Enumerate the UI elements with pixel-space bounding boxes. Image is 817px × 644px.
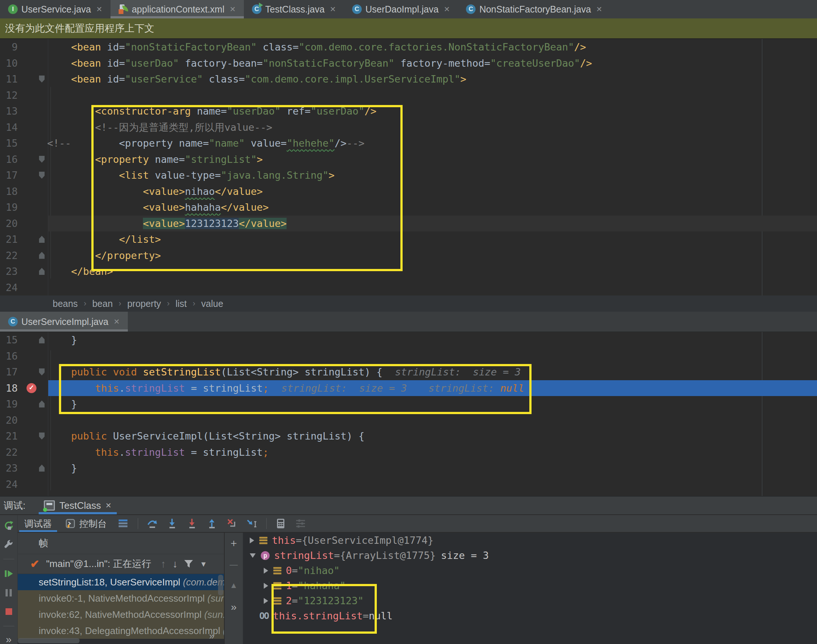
code-line-11[interactable]: 11 <bean id="userService" class="com.dem… (0, 71, 817, 87)
step-over-icon[interactable] (145, 517, 160, 530)
breadcrumb-item-property[interactable]: property (127, 298, 161, 309)
code-line-16[interactable]: 16 <property name="stringList"> (0, 152, 817, 168)
frames-vertical-scrollbar[interactable] (218, 575, 223, 595)
code-line-10[interactable]: 10 <bean id="userDao" factory-bean="nonS… (0, 55, 817, 72)
move-up-icon[interactable]: ▲ (230, 581, 238, 589)
fold-marker-icon[interactable] (39, 236, 44, 243)
remove-watch-icon[interactable]: — (230, 561, 238, 569)
close-icon[interactable]: ✕ (444, 5, 450, 14)
variable-row-stringList[interactable]: pstringList = {ArrayList@1775}size = 3 (243, 548, 817, 563)
variable-row-1[interactable]: 1 = "hahaha" (243, 578, 817, 593)
add-watch-icon[interactable]: ＋ (229, 538, 239, 548)
code-line-24[interactable]: 24 (0, 280, 817, 296)
drop-frame-icon[interactable] (224, 517, 240, 530)
stack-frame-row[interactable]: invoke:62, NativeMethodAccessorImpl (sun… (18, 606, 224, 623)
close-icon[interactable]: ✕ (105, 502, 112, 509)
java-editor[interactable]: 15 }1617 public void setStringList(List<… (0, 331, 817, 496)
xml-editor[interactable]: 9 <bean id="nonStaticFactoryBean" class=… (0, 39, 817, 296)
chevron-right-icon[interactable] (250, 538, 254, 543)
code-line-15[interactable]: 15<!-- <property name="name" value="hehe… (0, 135, 817, 152)
code-line-17[interactable]: 17 <list value-type="java.lang.String"> (0, 167, 817, 184)
evaluate-expression-icon[interactable] (273, 517, 289, 530)
run-to-cursor-icon[interactable] (244, 517, 260, 530)
fold-marker-icon[interactable] (39, 465, 44, 472)
stack-frame-row[interactable]: invoke0:-1, NativeMethodAccessorImpl (su… (18, 590, 224, 606)
close-icon[interactable]: ✕ (113, 317, 120, 326)
code-line-19[interactable]: 19 <value>hahaha</value> (0, 199, 817, 216)
file-tab-userserviceimpl-java[interactable]: CUserServiceImpl.java✕ (0, 312, 128, 331)
step-out-icon[interactable] (204, 517, 220, 530)
fold-marker-icon[interactable] (39, 268, 44, 275)
force-step-into-icon[interactable] (184, 517, 200, 530)
fold-marker-icon[interactable] (39, 172, 44, 179)
pause-icon[interactable] (1, 587, 17, 599)
code-line-15[interactable]: 15 } (0, 332, 817, 348)
chevron-down-icon[interactable] (250, 554, 256, 558)
close-icon[interactable]: ✕ (230, 5, 236, 14)
breadcrumb-item-value[interactable]: value (201, 298, 223, 309)
settings-wrench-icon[interactable] (1, 539, 17, 551)
close-icon[interactable]: ✕ (596, 5, 602, 14)
tab-debugger[interactable]: 调试器 (18, 515, 58, 532)
chevron-right-icon[interactable] (264, 598, 268, 604)
chevron-right-icon[interactable] (264, 568, 268, 573)
file-tab-testclass-java[interactable]: CTestClass.java✕ (244, 0, 344, 18)
code-line-24[interactable]: 24 (0, 476, 817, 492)
close-icon[interactable]: ✕ (96, 5, 103, 14)
tab-console[interactable]: 控制台 (58, 515, 113, 532)
fold-marker-icon[interactable] (39, 252, 44, 259)
layout-icon[interactable] (116, 517, 131, 530)
code-line-19[interactable]: 19 } (0, 396, 817, 412)
breadcrumb-item-bean[interactable]: bean (92, 298, 113, 309)
stack-frame-row[interactable]: setStringList:18, UserServiceImpl (com.d… (18, 574, 224, 590)
file-tab-userdaoimpl-java[interactable]: CUserDaoImpl.java✕ (344, 0, 458, 18)
fold-marker-icon[interactable] (39, 336, 44, 343)
fold-marker-icon[interactable] (39, 400, 44, 408)
up-arrow-icon[interactable]: ↑ (161, 559, 166, 569)
variable-row-this-stringList[interactable]: OOthis.stringList = null (243, 608, 817, 623)
code-line-23[interactable]: 23 </bean> (0, 264, 817, 280)
code-line-18[interactable]: 18✓ this.stringList = stringList;stringL… (0, 380, 817, 396)
code-line-22[interactable]: 22 </property> (0, 248, 817, 264)
file-tab-applicationcontext-xml[interactable]: applicationContext.xml✕ (110, 0, 244, 18)
code-line-14[interactable]: 14 <!--因为是普通类型,所以用value--> (0, 120, 817, 136)
stack-frame-row[interactable]: invoke:43, DelegatingMethodAccessorImpl … (18, 623, 224, 639)
code-line-22[interactable]: 22 this.stringList = stringList; (0, 444, 817, 460)
step-into-icon[interactable] (165, 517, 180, 530)
code-line-23[interactable]: 23 } (0, 460, 817, 476)
rerun-icon[interactable] (1, 520, 17, 532)
code-line-12[interactable]: 12 (0, 87, 817, 104)
debug-session-tab[interactable]: TestClass ✕ (39, 497, 116, 514)
fold-marker-icon[interactable] (39, 156, 44, 163)
variable-row-0[interactable]: 0 = "nihao" (243, 563, 817, 578)
resume-icon[interactable] (1, 567, 17, 580)
file-tab-userservice-java[interactable]: IUserService.java✕ (0, 0, 110, 18)
code-line-21[interactable]: 21 </list> (0, 232, 817, 248)
filter-funnel-icon[interactable] (184, 560, 193, 568)
code-line-13[interactable]: 13 <constructor-arg name="userDao" ref="… (0, 103, 817, 120)
breakpoint-icon[interactable]: ✓ (26, 383, 37, 393)
code-line-16[interactable]: 16 (0, 348, 817, 364)
chevron-right-icon[interactable] (264, 583, 268, 589)
settings-sliders-icon[interactable] (293, 517, 309, 530)
code-line-9[interactable]: 9 <bean id="nonStaticFactoryBean" class=… (0, 39, 817, 55)
more-chevrons-icon[interactable]: » (209, 630, 215, 642)
more-chevrons-icon[interactable]: » (231, 602, 237, 612)
frames-horizontal-scrollbar[interactable] (18, 638, 80, 643)
variable-row-this[interactable]: this = {UserServiceImpl@1774} (243, 533, 817, 548)
dropdown-caret-icon[interactable]: ▼ (200, 560, 207, 568)
thread-selector[interactable]: ✔ "main"@1...in": 正在运行 ↑ ↓ ▼ (18, 554, 224, 574)
fold-marker-icon[interactable] (39, 432, 44, 440)
code-line-21[interactable]: 21 public UserServiceImpl(List<String> s… (0, 428, 817, 444)
code-line-18[interactable]: 18 <value>nihao</value> (0, 184, 817, 200)
code-line-20[interactable]: 20 (0, 412, 817, 428)
stop-icon[interactable] (1, 605, 17, 618)
down-arrow-icon[interactable]: ↓ (172, 559, 178, 569)
fold-marker-icon[interactable] (39, 75, 44, 83)
breadcrumb-item-list[interactable]: list (175, 298, 187, 309)
close-icon[interactable]: ✕ (330, 5, 336, 14)
fold-marker-icon[interactable] (39, 368, 44, 376)
code-line-17[interactable]: 17 public void setStringList(List<String… (0, 364, 817, 380)
more-chevrons-icon[interactable]: » (6, 635, 12, 644)
variable-row-2[interactable]: 2 = "123123123" (243, 593, 817, 608)
